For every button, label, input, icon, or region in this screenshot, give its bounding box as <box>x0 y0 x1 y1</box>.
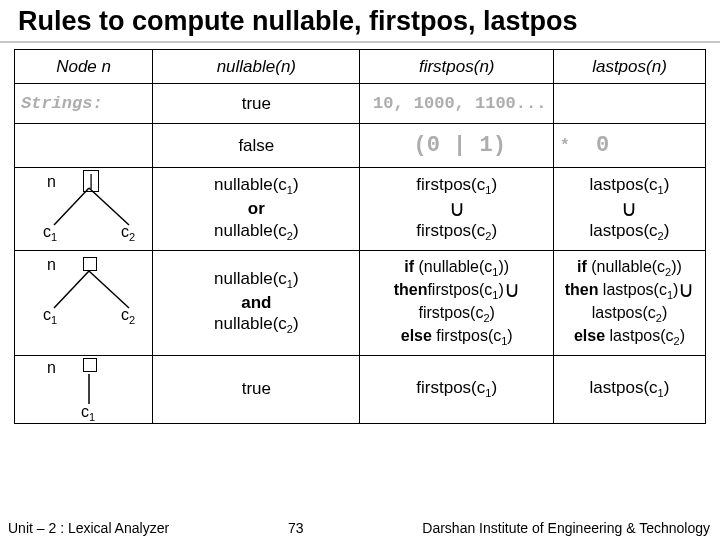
bg-nums: 10, 1000, 1100... <box>360 84 552 123</box>
cell-firstpos-cat: if (nullable(c1)) thenfirstpos(c1)∪ firs… <box>360 250 553 355</box>
cell-nullable-eps: true <box>153 84 360 124</box>
cat-op <box>83 257 97 271</box>
cell-lastpos-leaf: * 0 <box>553 124 705 168</box>
row-leaf: false (0 | 1) * 0 <box>15 124 706 168</box>
hdr-firstpos: firstpos(n) <box>360 50 553 84</box>
hdr-lastpos: lastpos(n) <box>553 50 705 84</box>
hdr-node: Node n <box>15 50 153 84</box>
tree-or: n | c1 c2 <box>19 170 148 248</box>
star-c1: c1 <box>81 402 95 425</box>
footer: Unit – 2 : Lexical Analyzer 73 Darshan I… <box>0 516 720 540</box>
slide-title-bar: Rules to compute nullable, firstpos, las… <box>0 0 720 43</box>
union-icon: ∪ <box>504 283 520 296</box>
svg-line-1 <box>89 188 129 225</box>
row-star: n c1 true firstpos(c1) lastpos(c1) <box>15 355 706 423</box>
cat-n: n <box>47 255 56 275</box>
tree-cat: n c1 c2 <box>19 253 148 353</box>
cell-node-eps: Strings: <box>15 84 153 124</box>
cell-firstpos-eps: 10, 1000, 1100... <box>360 84 553 124</box>
cell-node-cat: n c1 c2 <box>15 250 153 355</box>
union-icon: ∪ <box>678 283 694 296</box>
cell-node-or: n | c1 c2 <box>15 168 153 251</box>
cell-nullable-cat: nullable(c1) and nullable(c2) <box>153 250 360 355</box>
cell-firstpos-leaf: (0 | 1) <box>360 124 553 168</box>
row-epsilon: Strings: true 10, 1000, 1100... <box>15 84 706 124</box>
row-cat: n c1 c2 nullable(c1) and nullable(c2) if… <box>15 250 706 355</box>
cell-nullable-leaf: false <box>153 124 360 168</box>
cell-node-star: n c1 <box>15 355 153 423</box>
cell-nullable-or: nullable(c1) or nullable(c2) <box>153 168 360 251</box>
cat-c2: c2 <box>121 305 135 328</box>
cat-c1: c1 <box>43 305 57 328</box>
cell-lastpos-star: lastpos(c1) <box>553 355 705 423</box>
bg-regex: (0 | 1) <box>360 124 552 167</box>
cell-firstpos-or: firstpos(c1) ∪ firstpos(c2) <box>360 168 553 251</box>
cell-nullable-star: true <box>153 355 360 423</box>
union-icon: ∪ <box>621 202 637 215</box>
cell-node-leaf <box>15 124 153 168</box>
svg-line-2 <box>54 271 89 308</box>
footer-page: 73 <box>281 520 311 536</box>
or-c1: c1 <box>43 222 57 245</box>
slide-title: Rules to compute nullable, firstpos, las… <box>18 6 706 37</box>
footer-unit: Unit – 2 : Lexical Analyzer <box>8 520 169 536</box>
hdr-nullable: nullable(n) <box>153 50 360 84</box>
or-op: | <box>83 170 99 192</box>
bg-star-zero: * 0 <box>554 124 705 167</box>
content-area: Node n nullable(n) firstpos(n) lastpos(n… <box>0 43 720 516</box>
row-or: n | c1 c2 nullable(c1) or nullable(c2) f… <box>15 168 706 251</box>
svg-line-3 <box>89 271 129 308</box>
star-n: n <box>47 358 56 378</box>
cell-firstpos-star: firstpos(c1) <box>360 355 553 423</box>
header-row: Node n nullable(n) firstpos(n) lastpos(n… <box>15 50 706 84</box>
svg-line-0 <box>54 188 89 225</box>
union-icon: ∪ <box>449 202 465 215</box>
footer-inst: Darshan Institute of Engineering & Techn… <box>422 520 710 536</box>
cell-lastpos-eps <box>553 84 705 124</box>
rules-table: Node n nullable(n) firstpos(n) lastpos(n… <box>14 49 706 424</box>
or-n: n <box>47 172 56 192</box>
tree-star: n c1 <box>19 358 148 421</box>
cell-lastpos-or: lastpos(c1) ∪ lastpos(c2) <box>553 168 705 251</box>
cell-lastpos-cat: if (nullable(c2)) then lastpos(c1)∪ last… <box>553 250 705 355</box>
star-op <box>83 358 97 372</box>
bg-strings: Strings: <box>15 84 152 123</box>
or-c2: c2 <box>121 222 135 245</box>
